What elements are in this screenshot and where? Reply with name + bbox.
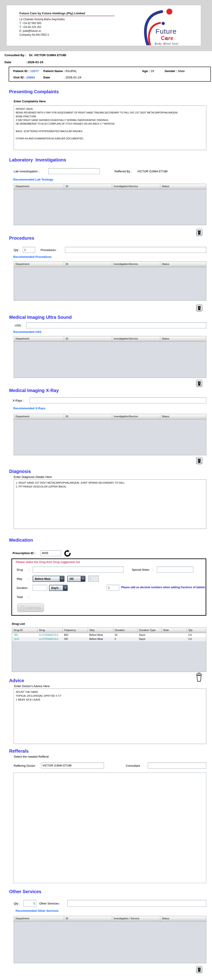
special-notes-input[interactable] [157, 566, 193, 573]
header-card: Future Care by Future Holdings (Pty) Lim… [6, 5, 201, 46]
column-header: Status [160, 262, 206, 267]
patient-id-value: 12577 [30, 69, 39, 73]
clear-advice-button[interactable] [195, 673, 203, 682]
section-title-referrals: Refferals [9, 749, 29, 754]
other-qty-input[interactable] [24, 900, 36, 907]
company-logo: Future Care ♥ Body Mind Soul [138, 6, 187, 45]
gender-label: Gender : [165, 69, 177, 73]
way-select[interactable]: Before Meal ▼ [32, 576, 64, 582]
procedures-input[interactable] [65, 247, 206, 253]
visit-id-value: 25884 [26, 76, 35, 79]
lab-table-body[interactable] [14, 189, 206, 225]
trash-icon: c [198, 967, 201, 972]
referral-list-box[interactable] [13, 773, 206, 883]
column-header: Qty [187, 628, 206, 633]
diagnosis-textarea[interactable]: 1. RIGHT HAND 1ST DIGIT METACARPOPHALANG… [14, 479, 206, 529]
drug-label: Drug [17, 568, 23, 571]
column-header: ID [64, 916, 112, 921]
drug-row[interactable]: 1512 CLOTRIMAZOLE OD Before Meal 2 Day/s… [12, 637, 206, 641]
column-header: Department [14, 184, 64, 189]
procedures-qty-input[interactable] [23, 247, 35, 253]
complaints-textarea[interactable]: PATIENT SEEN. BEING REVIEWED WITH X RAY … [14, 105, 206, 150]
other-services-input[interactable] [67, 900, 206, 907]
column-header: ID [64, 414, 112, 419]
column-header: Investigation/Service [112, 336, 160, 342]
clear-lab-table-button[interactable]: c [196, 229, 202, 236]
procedures-table-body[interactable] [14, 267, 206, 301]
duration-input[interactable] [32, 585, 47, 591]
uss-input-label: USS : [15, 324, 22, 327]
complaints-label: Enter Complaints Here [14, 100, 212, 103]
section-title-laboratory: Laboratory Investigations [9, 158, 66, 162]
xray-input-label: X-Rays : [13, 399, 24, 402]
colon: : [29, 568, 29, 571]
date-value: : 2026-01-24 [26, 60, 43, 64]
colon: : [153, 568, 153, 571]
patient-name-value: RAJPAL [66, 69, 77, 73]
referring-doctor-input[interactable] [41, 763, 104, 768]
lab-investigation-input[interactable] [48, 168, 100, 174]
medication-entry-panel: Please select the Drug from Drug suggess… [11, 558, 206, 616]
drug-duration-type: Day/s [138, 637, 162, 641]
uss-table-body[interactable] [14, 342, 206, 378]
trash-icon: c [198, 381, 201, 386]
plus-circle-icon: + [20, 606, 25, 610]
column-header: Status [160, 414, 206, 419]
consulted-by-value: Dr. VICTOR OJIMA ETUBI [29, 53, 66, 57]
other-table-header: Department ID Investigation / Service St… [14, 916, 206, 921]
duration-unit-value: Day/s [50, 585, 63, 590]
drug-qty: 2.0 [187, 633, 206, 637]
section-title-procedures: Procedures [9, 235, 34, 241]
recommended-other-services-link[interactable]: Recommended Other Services [16, 909, 59, 912]
clear-xray-table-button[interactable]: c [196, 457, 202, 464]
drug-list-label: Drug List [12, 622, 212, 625]
column-header: ID [64, 184, 112, 189]
refresh-icon[interactable] [64, 550, 71, 557]
other-qty-label: Qty : [14, 902, 20, 905]
recommended-procedures-link[interactable]: Recommended Procedures [13, 255, 51, 259]
duration-label: Duration : [17, 586, 29, 590]
procedures-qty-label: Qty : [14, 248, 20, 252]
clear-other-services-button[interactable]: c [196, 966, 202, 973]
special-notes-label: Special Notes [132, 568, 149, 571]
xray-input[interactable] [30, 398, 206, 403]
other-services-table: Department ID Investigation / Service St… [14, 916, 206, 963]
logo-tagline: Body Mind Soul [154, 42, 178, 46]
clear-uss-table-button[interactable]: c [196, 380, 202, 387]
other-table-body[interactable] [14, 921, 206, 963]
company-address: Le Chainter,Victoria,Mahe,Seychelles [19, 18, 115, 21]
drug-input[interactable] [32, 566, 124, 573]
heart-icon: ♥ [165, 37, 166, 40]
visit-date-label: Date [43, 76, 63, 79]
gender-value: Male [178, 69, 185, 73]
duration-unit-select[interactable]: Day/s ▼ [49, 585, 68, 591]
recommended-xrays-link[interactable]: Recommended X-Rays [13, 407, 45, 410]
uss-input[interactable] [26, 323, 206, 328]
column-header: Department [14, 336, 64, 342]
column-header: Department [14, 414, 64, 419]
tablet-qty-input[interactable] [107, 585, 119, 591]
column-header: Drug ID [12, 628, 37, 633]
advice-textarea[interactable]: SPLINT THE HAND TOPICAL DICLOFENAC SPRY … [14, 689, 206, 744]
column-header: Note [161, 628, 187, 633]
colon: : [29, 578, 29, 581]
recommended-uss-link[interactable]: Recommended USS [13, 330, 42, 334]
consultant-input[interactable] [148, 763, 206, 768]
xray-table-body[interactable] [14, 420, 206, 455]
consulted-by-row: Consulted By : Dr. VICTOR OJIMA ETUBI [5, 53, 212, 57]
column-header: Status [160, 336, 206, 342]
drug-duration-type: Day/s [138, 633, 162, 637]
frequency-select[interactable]: OD ▼ [67, 576, 85, 582]
add-drug-button[interactable]: + Add Drug [17, 603, 44, 612]
chevron-down-icon: ▼ [60, 576, 64, 581]
consultation-report-page: Future Care by Future Holdings (Pty) Lim… [0, 0, 212, 980]
date-row: Date : 2026-01-24 [5, 60, 212, 64]
clear-procedures-table-button[interactable]: c [196, 304, 202, 312]
drug-row[interactable]: 396 CLOTRIMAZOLE BID Before Meal 15 Day/… [12, 633, 206, 637]
recommended-lab-testings-link[interactable]: Recommended Lab Testings [13, 178, 53, 181]
prescription-id-input[interactable] [40, 550, 61, 556]
lab-results-table: Department ID Investigation/Service Stat… [14, 184, 206, 225]
drug-name: CLOTRIMAZOLE [37, 637, 63, 641]
section-title-ultrasound: Medical Imaging Ultra Sound [9, 315, 72, 320]
section-title-medication: Medication [9, 538, 33, 543]
